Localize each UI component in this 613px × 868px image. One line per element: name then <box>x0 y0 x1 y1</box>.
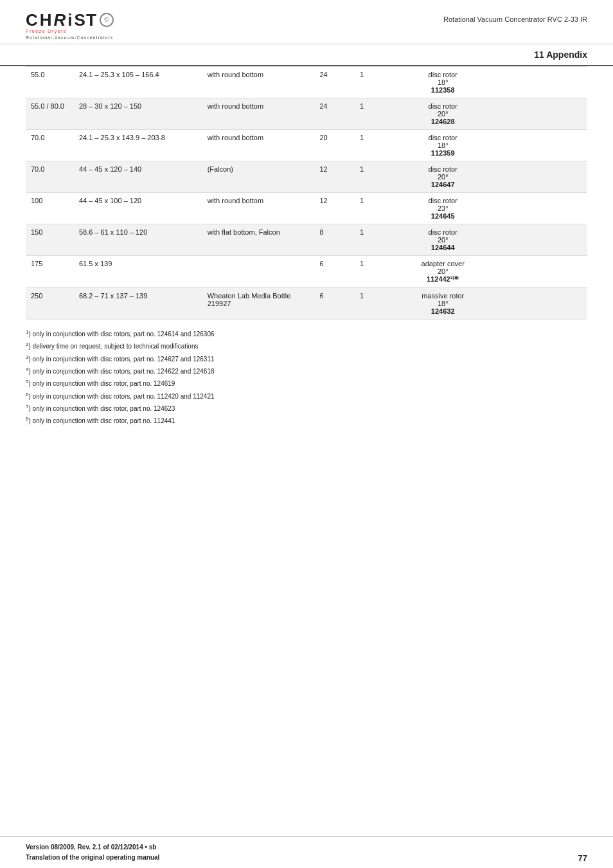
table-row: 150 58.6 – 61 x 110 – 120 with flat bott… <box>26 224 587 256</box>
cell-quantity: 24 <box>314 98 354 130</box>
footnote-num: ) <box>28 330 30 338</box>
footnotes: 1) only in conjunction with disc rotors,… <box>0 320 613 433</box>
footnote-num: ) <box>28 356 30 363</box>
cell-quantity: 24 <box>314 67 354 98</box>
footnote-text: only in conjunction with disc rotors, pa… <box>33 356 215 363</box>
page-footer: Version 08/2009, Rev. 2.1 of 02/12/2014 … <box>0 836 613 868</box>
logo-sub: Rotational-Vacuum-Concentrators <box>26 35 113 40</box>
main-content: 55.0 24.1 – 25.3 x 105 – 166.4 with roun… <box>0 66 613 320</box>
cell-pack: 1 <box>355 224 395 256</box>
cell-order <box>491 130 587 161</box>
cell-quantity: 6 <box>314 288 354 320</box>
footnote-text: only in conjunction with disc rotor, par… <box>33 418 175 425</box>
table-row: 175 61.5 x 139 6 1 adapter cover20° 1124… <box>26 256 587 288</box>
footnote-text: delivery time on request, subject to tec… <box>33 343 199 350</box>
cell-rotor: disc rotor18° 112359 <box>395 130 491 161</box>
data-table: 55.0 24.1 – 25.3 x 105 – 166.4 with roun… <box>26 66 587 320</box>
cell-dimensions: 68.2 – 71 x 137 – 139 <box>74 288 202 320</box>
footnote-num: ) <box>28 368 30 375</box>
cell-description: (Falcon) <box>202 161 315 193</box>
logo-freeze: Freeze Dryers <box>26 28 67 34</box>
cell-description: with round bottom <box>202 193 315 224</box>
logo-text: CHRiST <box>26 12 97 28</box>
cell-quantity: 12 <box>314 161 354 193</box>
footnote-num: ) <box>28 393 30 400</box>
footnote-num: ) <box>28 343 30 350</box>
cell-dimensions: 44 – 45 x 120 – 140 <box>74 161 202 193</box>
cell-volume: 150 <box>26 224 74 256</box>
table-row: 100 44 – 45 x 100 – 120 with round botto… <box>26 193 587 224</box>
cell-pack: 1 <box>355 193 395 224</box>
footnote-num: ) <box>28 418 30 425</box>
cell-dimensions: 24.1 – 25.3 x 105 – 166.4 <box>74 67 202 98</box>
cell-part-number: 124628 <box>431 118 455 125</box>
cell-part-number: 112358 <box>431 86 455 94</box>
cell-description <box>202 256 315 288</box>
table-row: 55.0 / 80.0 28 – 30 x 120 – 150 with rou… <box>26 98 587 130</box>
footer-version: Version 08/2009, Rev. 2.1 of 02/12/2014 … <box>26 842 159 853</box>
footer-translation: Translation of the original operating ma… <box>26 853 159 863</box>
cell-quantity: 12 <box>314 193 354 224</box>
cell-order <box>491 193 587 224</box>
cell-order <box>491 161 587 193</box>
footer-left: Version 08/2009, Rev. 2.1 of 02/12/2014 … <box>26 842 159 863</box>
cell-volume: 55.0 / 80.0 <box>26 98 74 130</box>
cell-description: with flat bottom, Falcon <box>202 224 315 256</box>
footnote-text: only in conjunction with disc rotor, par… <box>33 405 175 412</box>
cell-description: with round bottom <box>202 98 315 130</box>
cell-part-number: 124647 <box>431 181 455 188</box>
footnote-text: only in conjunction with disc rotors, pa… <box>33 368 215 375</box>
cell-volume: 175 <box>26 256 74 288</box>
footnote-item: 1) only in conjunction with disc rotors,… <box>26 329 587 339</box>
cell-rotor: disc rotor20° 124644 <box>395 224 491 256</box>
cell-order <box>491 98 587 130</box>
cell-order <box>491 224 587 256</box>
page-header: CHRiST © Freeze Dryers Rotational-Vacuum… <box>0 0 613 44</box>
table-row: 70.0 24.1 – 25.3 x 143.9 – 203.8 with ro… <box>26 130 587 161</box>
cell-pack: 1 <box>355 130 395 161</box>
footnote-item: 3) only in conjunction with disc rotors,… <box>26 354 587 365</box>
footnote-text: only in conjunction with disc rotor, par… <box>33 381 175 388</box>
cell-quantity: 20 <box>314 130 354 161</box>
section-title: 11 Appendix <box>0 44 613 66</box>
footnote-item: 8) only in conjunction with disc rotor, … <box>26 415 587 426</box>
footnote-item: 2) delivery time on request, subject to … <box>26 341 587 352</box>
cell-rotor: massive rotor18° 124632 <box>395 288 491 320</box>
footnote-item: 7) only in conjunction with disc rotor, … <box>26 403 587 414</box>
cell-part-number: 112359 <box>431 149 455 157</box>
cell-description: with round bottom <box>202 130 315 161</box>
cell-rotor: disc rotor20° 124647 <box>395 161 491 193</box>
table-row: 250 68.2 – 71 x 137 – 139 Wheaton Lab Me… <box>26 288 587 320</box>
footnote-text: only in conjunction with disc rotors, pa… <box>33 330 215 338</box>
cell-pack: 1 <box>355 98 395 130</box>
cell-volume: 70.0 <box>26 161 74 193</box>
footnote-item: 4) only in conjunction with disc rotors,… <box>26 366 587 377</box>
footnote-item: 6) only in conjunction with disc rotors,… <box>26 391 587 402</box>
cell-order <box>491 288 587 320</box>
cell-part-number: 124644 <box>431 244 455 251</box>
cell-description: with round bottom <box>202 67 315 98</box>
cell-volume: 250 <box>26 288 74 320</box>
cell-order <box>491 256 587 288</box>
cell-quantity: 8 <box>314 224 354 256</box>
page-number: 77 <box>578 853 587 863</box>
cell-part-number: 112442²⁾⁸⁾ <box>427 275 459 283</box>
cell-volume: 70.0 <box>26 130 74 161</box>
table-row: 55.0 24.1 – 25.3 x 105 – 166.4 with roun… <box>26 67 587 98</box>
cell-part-number: 124645 <box>431 212 455 220</box>
cell-dimensions: 58.6 – 61 x 110 – 120 <box>74 224 202 256</box>
table-row: 70.0 44 – 45 x 120 – 140 (Falcon) 12 1 d… <box>26 161 587 193</box>
cell-pack: 1 <box>355 67 395 98</box>
cell-dimensions: 44 – 45 x 100 – 120 <box>74 193 202 224</box>
footnote-text: only in conjunction with disc rotors, pa… <box>33 393 215 400</box>
cell-rotor: disc rotor23° 124645 <box>395 193 491 224</box>
footnote-item: 5) only in conjunction with disc rotor, … <box>26 378 587 389</box>
product-name: Rotational Vacuum Concentrator RVC 2-33 … <box>443 12 587 23</box>
cell-rotor: disc rotor18° 112358 <box>395 67 491 98</box>
cell-part-number: 124632 <box>431 307 455 315</box>
footnote-num: ) <box>28 405 30 412</box>
cell-volume: 100 <box>26 193 74 224</box>
cell-pack: 1 <box>355 161 395 193</box>
cell-pack: 1 <box>355 288 395 320</box>
footnote-num: ) <box>28 381 30 388</box>
